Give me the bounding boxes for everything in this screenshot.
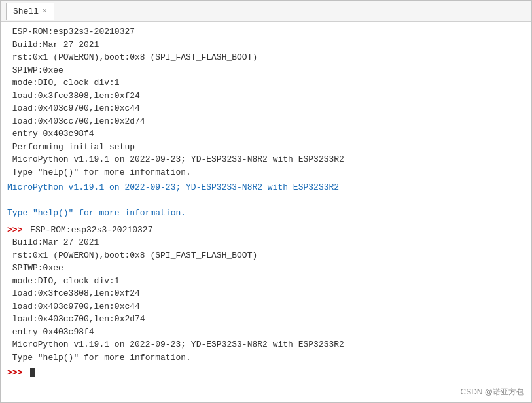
line: MicroPython v1.19.1 on 2022-09-23; YD-ES… [7,338,525,351]
prompt-line: >>> ESP-ROM:esp32s3-20210327 [7,224,525,237]
boot-section-1: ESP-ROM:esp32s3-20210327 Build:Mar 27 20… [7,26,525,179]
line: load:0x403c9700,len:0xc44 [7,102,525,115]
line: load:0x403c9700,len:0xc44 [7,300,525,313]
blank-line [7,194,525,207]
shell-output[interactable]: ESP-ROM:esp32s3-20210327 Build:Mar 27 20… [1,22,531,402]
micropython-version-line: MicroPython v1.19.1 on 2022-09-23; YD-ES… [7,181,525,194]
line: ESP-ROM:esp32s3-20210327 [7,26,525,39]
tab-close-button[interactable]: × [43,7,47,15]
line: entry 0x403c98f4 [7,326,525,339]
line: rst:0x1 (POWERON),boot:0x8 (SPI_FAST_FLA… [7,249,525,262]
shell-tab[interactable]: Shell × [6,3,54,20]
input-prompt[interactable]: >>> [7,366,525,379]
line: SPIWP:0xee [7,262,525,275]
prompt-section: >>> ESP-ROM:esp32s3-20210327 Build:Mar 2… [7,224,525,364]
line: mode:DIO, clock div:1 [7,77,525,90]
line: entry 0x403c98f4 [7,128,525,141]
line: Build:Mar 27 2021 [7,39,525,52]
line: load:0x403cc700,len:0x2d74 [7,115,525,128]
line: MicroPython v1.19.1 on 2022-09-23; YD-ES… [7,153,525,166]
line: rst:0x1 (POWERON),boot:0x8 (SPI_FAST_FLA… [7,51,525,64]
line: mode:DIO, clock div:1 [7,275,525,288]
line: Build:Mar 27 2021 [7,236,525,249]
line: load:0x3fce3808,len:0xf24 [7,90,525,103]
title-bar: Shell × [1,1,531,22]
shell-window: Shell × ESP-ROM:esp32s3-20210327 Build:M… [0,0,532,403]
line: load:0x403cc700,len:0x2d74 [7,313,525,326]
micropython-info: MicroPython v1.19.1 on 2022-09-23; YD-ES… [7,181,525,220]
prompt-symbol: >>> [7,224,27,237]
line: Performing initial setup [7,141,525,154]
tab-label: Shell [13,7,39,16]
esp-rom-line: ESP-ROM:esp32s3-20210327 [30,224,152,237]
help-line: Type "help()" for more information. [7,207,525,220]
cursor [30,368,35,377]
line: Type "help()" for more information. [7,166,525,179]
line: Type "help()" for more information. [7,351,525,364]
line: SPIWP:0xee [7,64,525,77]
final-prompt-symbol: >>> [7,366,27,379]
line: load:0x3fce3808,len:0xf24 [7,287,525,300]
watermark: CSDN @诺亚方包 [460,387,524,398]
